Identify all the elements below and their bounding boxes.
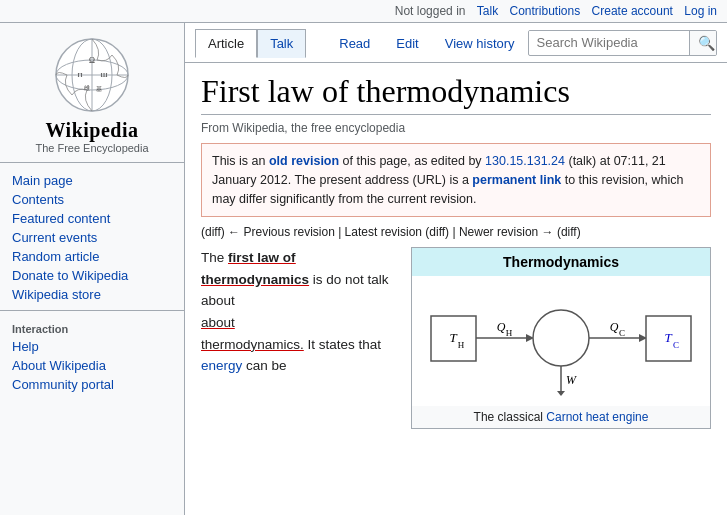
svg-text:H: H xyxy=(458,340,465,350)
old-revision-link[interactable]: old revision xyxy=(269,154,339,168)
revision-ip-link[interactable]: 130.15.131.24 xyxy=(485,154,565,168)
carnot-link[interactable]: Carnot heat engine xyxy=(546,410,648,424)
sidebar-navigation: Main page Contents Featured content Curr… xyxy=(0,163,184,402)
svg-text:Ш: Ш xyxy=(100,71,107,79)
wikipedia-subtitle: The Free Encyclopedia xyxy=(35,142,148,154)
sidebar-item-main-page[interactable]: Main page xyxy=(0,171,184,190)
carnot-diagram: T H Q H Q xyxy=(412,276,710,406)
tab-read[interactable]: Read xyxy=(326,29,383,57)
caption-text-prefix: The classical xyxy=(474,410,547,424)
talk-link[interactable]: Talk xyxy=(477,4,498,18)
tab-article[interactable]: Article xyxy=(195,29,257,58)
sidebar: Ω П Ш 维 基 Wikipedia The Free Encyclopedi… xyxy=(0,23,185,515)
sidebar-item-current-events[interactable]: Current events xyxy=(0,228,184,247)
svg-text:基: 基 xyxy=(96,86,102,92)
sidebar-item-contents[interactable]: Contents xyxy=(0,190,184,209)
tab-edit[interactable]: Edit xyxy=(383,29,431,57)
sidebar-logo: Ω П Ш 维 基 Wikipedia The Free Encyclopedi… xyxy=(0,23,184,163)
sidebar-item-community[interactable]: Community portal xyxy=(0,375,184,394)
svg-text:Q: Q xyxy=(610,320,619,334)
svg-text:Q: Q xyxy=(497,320,506,334)
body-text-4: It states that xyxy=(308,337,382,352)
svg-text:C: C xyxy=(673,340,679,350)
sidebar-item-help[interactable]: Help xyxy=(0,337,184,356)
revision-notice: This is an old revision of this page, as… xyxy=(201,143,711,217)
svg-text:Ω: Ω xyxy=(89,56,95,65)
wikipedia-globe-icon: Ω П Ш 维 基 xyxy=(52,35,132,115)
body-thermodynamics-underline: thermodynamics. xyxy=(201,337,304,352)
revision-prefix: This is an xyxy=(212,154,269,168)
infobox-caption: The classical Carnot heat engine xyxy=(412,406,710,428)
interaction-section-title: Interaction xyxy=(0,317,184,337)
top-bar: Not logged in Talk Contributions Create … xyxy=(0,0,727,23)
article-body: The first law ofthermodynamics is do not… xyxy=(201,247,711,429)
infobox-title: Thermodynamics xyxy=(412,248,710,276)
contributions-link[interactable]: Contributions xyxy=(510,4,581,18)
search-input[interactable] xyxy=(529,31,689,54)
body-text-5: can be xyxy=(242,358,286,373)
sidebar-item-store[interactable]: Wikipedia store xyxy=(0,285,184,304)
revision-mid1: of this page, as edited by xyxy=(339,154,485,168)
tab-group-left: Article Talk xyxy=(195,29,306,57)
diff-nav-text: (diff) ← Previous revision | Latest revi… xyxy=(201,225,581,239)
article-text: The first law ofthermodynamics is do not… xyxy=(201,247,399,429)
svg-text:T: T xyxy=(664,330,672,345)
create-account-link[interactable]: Create account xyxy=(592,4,673,18)
sidebar-item-donate[interactable]: Donate to Wikipedia xyxy=(0,266,184,285)
main-content: Article Talk Read Edit View history 🔍 Fi… xyxy=(185,23,727,515)
body-text-1: The xyxy=(201,250,228,265)
svg-marker-26 xyxy=(557,391,565,396)
svg-point-17 xyxy=(533,310,589,366)
article-title: First law of thermodynamics xyxy=(201,73,711,115)
svg-text:C: C xyxy=(619,328,625,338)
svg-text:维: 维 xyxy=(84,84,90,91)
sidebar-item-random-article[interactable]: Random article xyxy=(0,247,184,266)
svg-text:П: П xyxy=(77,71,82,79)
wikipedia-title: Wikipedia xyxy=(45,119,138,142)
search-box: 🔍 xyxy=(528,30,717,56)
svg-text:W: W xyxy=(566,373,577,387)
diff-nav: (diff) ← Previous revision | Latest revi… xyxy=(201,225,711,239)
article: First law of thermodynamics From Wikiped… xyxy=(185,63,727,439)
permanent-link[interactable]: permanent link xyxy=(472,173,561,187)
svg-text:T: T xyxy=(449,330,457,345)
not-logged-in-text: Not logged in xyxy=(395,4,466,18)
sidebar-item-about[interactable]: About Wikipedia xyxy=(0,356,184,375)
tab-talk[interactable]: Talk xyxy=(257,29,306,58)
tab-view-history[interactable]: View history xyxy=(432,29,528,57)
body-energy-link[interactable]: energy xyxy=(201,358,242,373)
search-button[interactable]: 🔍 xyxy=(689,31,717,55)
thermodynamics-infobox: Thermodynamics T H Q H xyxy=(411,247,711,429)
svg-text:H: H xyxy=(506,328,513,338)
tab-bar: Article Talk Read Edit View history 🔍 xyxy=(185,23,727,63)
log-in-link[interactable]: Log in xyxy=(684,4,717,18)
sidebar-item-featured-content[interactable]: Featured content xyxy=(0,209,184,228)
body-about-underline: about xyxy=(201,315,235,330)
carnot-diagram-svg: T H Q H Q xyxy=(426,286,696,396)
article-from: From Wikipedia, the free encyclopedia xyxy=(201,121,711,135)
tab-group-right: Read Edit View history xyxy=(326,29,527,57)
